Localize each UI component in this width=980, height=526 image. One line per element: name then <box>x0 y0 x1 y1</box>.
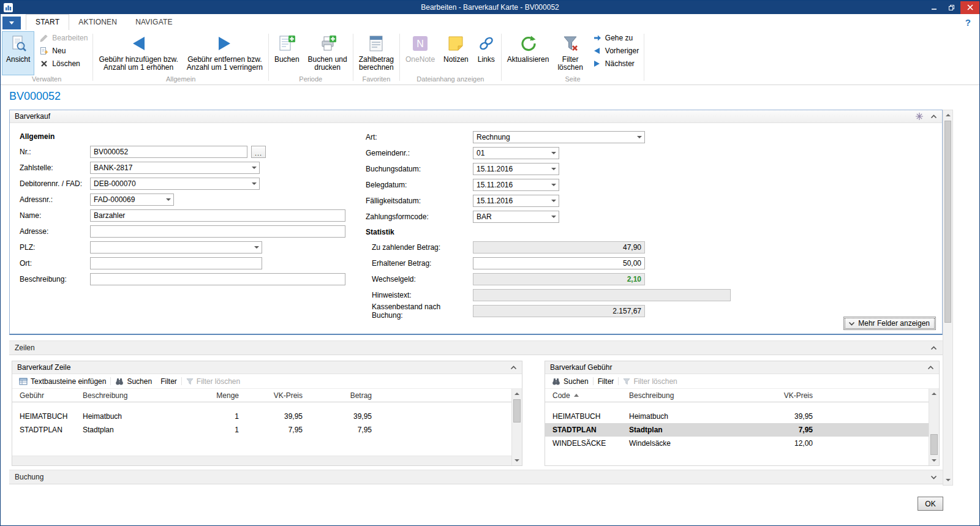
buchungsdatum-picker[interactable]: 15.11.2016 <box>473 163 559 175</box>
filter-button[interactable]: Filter <box>156 375 181 388</box>
filter-loeschen-button[interactable]: Filterlöschen <box>553 31 587 75</box>
dropdown-arrow-icon[interactable] <box>548 148 559 159</box>
dropdown-arrow-icon[interactable] <box>548 211 559 222</box>
collapse-icon[interactable] <box>927 366 934 370</box>
column-header-menge[interactable]: Menge <box>187 391 239 400</box>
grid-header[interactable]: Barverkauf Zeile <box>12 361 522 374</box>
adressnr-combobox[interactable]: FAD-000069 <box>90 193 174 206</box>
table-row[interactable]: STADTPLAN Stadtplan 1 7,95 7,95 <box>12 423 522 437</box>
scrollbar-thumb[interactable] <box>930 434 938 455</box>
dropdown-arrow-icon[interactable] <box>163 194 173 205</box>
neu-button[interactable]: Neu <box>36 44 91 57</box>
dropdown-arrow-icon[interactable] <box>249 178 259 189</box>
clear-filter-icon <box>623 378 630 385</box>
textbausteine-button[interactable]: Textbausteine einfügen <box>15 375 110 388</box>
filter-loeschen-button[interactable]: Filter löschen <box>182 375 244 388</box>
beschreibung-input[interactable] <box>90 273 345 285</box>
restore-button[interactable] <box>943 1 960 14</box>
suchen-button[interactable]: Suchen <box>111 375 156 388</box>
zahlstelle-combobox[interactable]: BANK-2817 <box>90 162 260 174</box>
grid-vscrollbar[interactable] <box>929 389 939 465</box>
onenote-button[interactable]: N OneNote <box>401 31 439 75</box>
notizen-button[interactable]: Notizen <box>439 31 473 75</box>
gebuehr-entfernen-button[interactable]: Gebühr entfernen bzw.Anzahl um 1 verring… <box>183 31 267 75</box>
table-row[interactable]: HEIMATBUCH Heimatbuch 39,95 <box>545 410 939 423</box>
scroll-up-icon[interactable] <box>929 389 939 399</box>
column-header-code[interactable]: Code <box>552 391 629 400</box>
buchen-und-drucken-button[interactable]: Buchen unddrucken <box>304 31 352 75</box>
group-band-buchung[interactable]: Buchung <box>9 470 943 484</box>
column-header-vkpreis[interactable]: VK-Preis <box>745 391 813 400</box>
title-bar[interactable]: Bearbeiten - Barverkauf Karte - BV000052 <box>1 1 979 14</box>
table-row[interactable]: HEIMATBUCH Heimatbuch 1 39,95 39,95 <box>12 410 522 423</box>
collapse-icon[interactable] <box>930 115 937 119</box>
collapse-icon[interactable] <box>930 346 937 350</box>
table-row[interactable]: WINDELSÄCKE Windelsäcke 12,00 <box>545 437 939 450</box>
scroll-up-icon[interactable] <box>943 110 952 120</box>
ok-button[interactable]: OK <box>918 497 943 511</box>
close-button[interactable] <box>960 1 979 14</box>
suchen-button[interactable]: Suchen <box>548 375 593 388</box>
column-header-beschreibung[interactable]: Beschreibung <box>629 391 745 400</box>
art-combobox[interactable]: Rechnung <box>473 131 645 143</box>
column-header-betrag[interactable]: Betrag <box>303 391 372 400</box>
adresse-input[interactable] <box>90 225 345 238</box>
fasttab-title: Barverkauf <box>15 112 50 121</box>
faelligkeitsdatum-picker[interactable]: 15.11.2016 <box>473 195 559 207</box>
loeschen-button[interactable]: Löschen <box>36 57 91 70</box>
scroll-down-icon[interactable] <box>929 456 939 465</box>
column-header-beschreibung[interactable]: Beschreibung <box>83 391 187 400</box>
filter-button[interactable]: Filter <box>594 375 619 388</box>
tab-navigate[interactable]: NAVIGATE <box>126 15 182 30</box>
dropdown-arrow-icon[interactable] <box>548 163 559 175</box>
zahlbetrag-berechnen-button[interactable]: Zahlbetragberechnen <box>355 31 398 75</box>
help-icon[interactable]: ? <box>965 17 971 30</box>
tab-start[interactable]: START <box>26 14 69 30</box>
application-menu-button[interactable] <box>2 17 21 29</box>
aktualisieren-button[interactable]: Aktualisieren <box>503 31 554 75</box>
nr-input[interactable]: BV000052 <box>90 146 247 158</box>
fasttab-header[interactable]: Barverkauf <box>10 110 942 123</box>
links-button[interactable]: Links <box>473 31 500 75</box>
dropdown-arrow-icon[interactable] <box>249 162 259 173</box>
nr-assist-button[interactable]: ... <box>251 146 266 158</box>
scroll-down-icon[interactable] <box>512 456 522 465</box>
gemeindenr-combobox[interactable]: 01 <box>473 147 559 159</box>
name-input[interactable]: Barzahler <box>90 209 345 222</box>
ort-input[interactable] <box>90 257 262 269</box>
column-header-gebuehr[interactable]: Gebühr <box>20 391 83 400</box>
scroll-down-icon[interactable] <box>943 475 952 485</box>
dropdown-arrow-icon[interactable] <box>548 179 559 190</box>
scrollbar-thumb[interactable] <box>944 121 951 323</box>
bearbeiten-button[interactable]: Bearbeiten <box>36 31 91 44</box>
scrollbar-thumb[interactable] <box>513 399 521 423</box>
column-header-vkpreis[interactable]: VK-Preis <box>239 391 303 400</box>
gebuehr-hinzufuegen-button[interactable]: Gebühr hinzufügen bzw.Anzahl um 1 erhöhe… <box>94 31 182 75</box>
ansicht-button[interactable]: Ansicht <box>2 31 34 75</box>
minimize-button[interactable] <box>925 1 943 14</box>
expand-icon[interactable] <box>930 475 937 479</box>
mehr-felder-anzeigen-button[interactable]: Mehr Felder anzeigen <box>843 317 936 330</box>
tab-aktionen[interactable]: AKTIONEN <box>69 15 126 30</box>
vorheriger-button[interactable]: Vorheriger <box>589 44 643 57</box>
erhaltener-betrag-input[interactable]: 50,00 <box>473 257 645 269</box>
group-band-zeilen[interactable]: Zeilen <box>9 340 943 355</box>
grid-vscrollbar[interactable] <box>511 389 522 465</box>
dropdown-arrow-icon[interactable] <box>251 242 262 253</box>
plz-combobox[interactable] <box>90 241 262 254</box>
zahlungsformcode-combobox[interactable]: BAR <box>473 211 559 223</box>
main-vscrollbar[interactable] <box>943 110 953 486</box>
collapse-icon[interactable] <box>510 366 517 370</box>
table-row-selected[interactable]: STADTPLAN Stadtplan 7,95 <box>545 423 939 437</box>
filter-loeschen-button[interactable]: Filter löschen <box>619 375 681 388</box>
grid-header[interactable]: Barverkauf Gebühr <box>545 361 939 374</box>
belegdatum-picker[interactable]: 15.11.2016 <box>473 179 559 191</box>
dropdown-arrow-icon[interactable] <box>634 132 644 143</box>
customize-icon[interactable] <box>916 113 923 120</box>
debitor-combobox[interactable]: DEB-000070 <box>90 178 260 190</box>
buchen-button[interactable]: Buchen <box>270 31 304 75</box>
dropdown-arrow-icon[interactable] <box>548 195 559 206</box>
naechster-button[interactable]: Nächster <box>589 57 643 70</box>
scroll-up-icon[interactable] <box>512 389 522 399</box>
gehe-zu-button[interactable]: Gehe zu <box>589 31 643 44</box>
